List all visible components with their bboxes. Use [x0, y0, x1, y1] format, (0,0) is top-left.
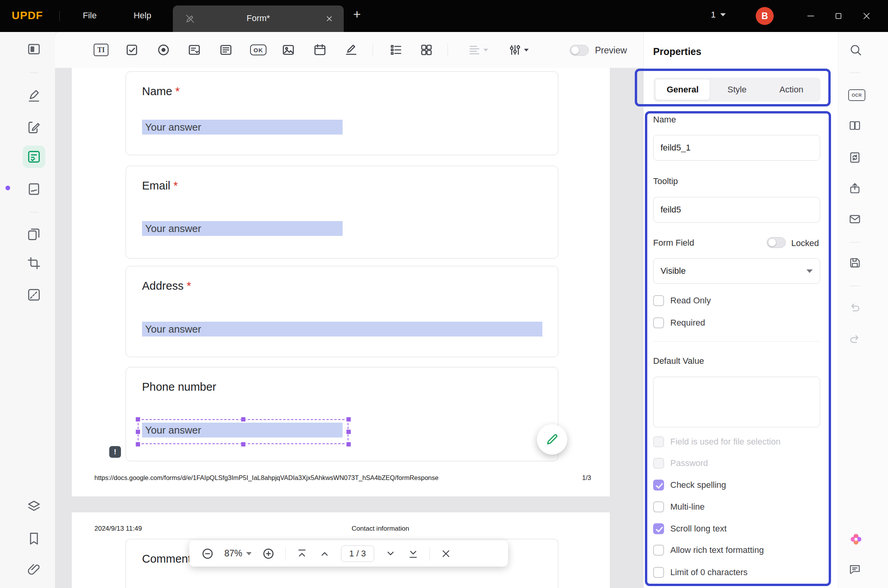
- option-row[interactable]: Password: [653, 457, 708, 469]
- checkbox[interactable]: [653, 295, 664, 306]
- sidebar-item-reader[interactable]: [26, 41, 42, 57]
- sidebar-item-organize-pages[interactable]: [26, 227, 42, 242]
- button-field-tool[interactable]: OK: [250, 43, 267, 57]
- checkbox[interactable]: [653, 545, 664, 556]
- checkbox[interactable]: [653, 458, 664, 469]
- avatar[interactable]: B: [756, 7, 774, 25]
- option-row[interactable]: Allow rich text formatting: [653, 544, 764, 556]
- answer-field[interactable]: Your answer: [142, 120, 343, 135]
- tab-close-icon[interactable]: [325, 14, 334, 23]
- document-area[interactable]: Name* Your answer Email* Your answer Add…: [55, 68, 643, 588]
- checkbox[interactable]: [653, 523, 664, 534]
- default-value-textarea[interactable]: [653, 377, 820, 427]
- sidebar-item-watermark[interactable]: [26, 287, 42, 303]
- visibility-dropdown[interactable]: Visible: [653, 258, 820, 284]
- ai-assistant-button[interactable]: [848, 531, 864, 547]
- compare-button[interactable]: [848, 119, 861, 132]
- selection-handle[interactable]: [135, 442, 140, 447]
- first-page-button[interactable]: [296, 547, 308, 560]
- selection-handle[interactable]: [241, 417, 246, 422]
- sidebar-item-attachment[interactable]: [26, 562, 42, 577]
- page-count-dropdown[interactable]: 1: [711, 10, 726, 20]
- layout-grid-tool[interactable]: [419, 43, 434, 57]
- redo-button[interactable]: [848, 333, 861, 346]
- tooltip-input[interactable]: [653, 197, 820, 223]
- option-row[interactable]: Scroll long text: [653, 522, 726, 535]
- form-card-name: Name* Your answer: [126, 71, 558, 155]
- align-tool[interactable]: [466, 43, 490, 57]
- answer-field[interactable]: Your answer: [142, 221, 343, 236]
- image-field-tool[interactable]: [281, 43, 296, 57]
- adjust-tool[interactable]: [506, 43, 531, 57]
- option-row[interactable]: Multi-line: [653, 501, 705, 513]
- checkbox[interactable]: [653, 480, 664, 491]
- sidebar-item-crop[interactable]: [26, 255, 42, 271]
- listbox-field-tool[interactable]: [218, 43, 233, 57]
- selection-handle[interactable]: [346, 417, 351, 422]
- sidebar-item-comment[interactable]: [26, 88, 42, 103]
- selection-handle[interactable]: [241, 442, 246, 447]
- selection-handle[interactable]: [135, 429, 140, 434]
- locked-toggle[interactable]: [767, 237, 786, 248]
- mail-button[interactable]: [848, 213, 861, 226]
- checkbox-field-tool[interactable]: [124, 43, 139, 57]
- text-field-tool[interactable]: TI: [93, 43, 109, 57]
- selection-handle[interactable]: [346, 442, 351, 447]
- last-page-button[interactable]: [407, 547, 419, 560]
- ocr-button[interactable]: OCR: [848, 89, 865, 101]
- tab-title: Form*: [173, 13, 344, 23]
- zoom-out-button[interactable]: [201, 547, 214, 560]
- window-maximize-button[interactable]: [829, 7, 847, 25]
- checkbox[interactable]: [653, 501, 664, 512]
- sidebar-item-bookmark[interactable]: [26, 531, 42, 546]
- dropdown-field-tool[interactable]: [187, 43, 202, 57]
- window-minimize-button[interactable]: [802, 7, 820, 25]
- document-tab[interactable]: Form*: [173, 5, 344, 32]
- checkbox[interactable]: [653, 317, 664, 328]
- selection-handle[interactable]: [135, 417, 140, 422]
- page-indicator[interactable]: 1 / 3: [341, 545, 374, 562]
- option-row[interactable]: Limit of 0 characters: [653, 566, 748, 579]
- tab-action[interactable]: Action: [764, 80, 819, 100]
- field-list-tool[interactable]: [389, 43, 403, 57]
- tab-style[interactable]: Style: [710, 80, 764, 100]
- radio-field-tool[interactable]: [156, 43, 171, 57]
- sidebar-item-form-active[interactable]: [23, 145, 45, 168]
- comments-button[interactable]: [848, 563, 861, 576]
- signature-field-tool[interactable]: [344, 43, 359, 57]
- option-row[interactable]: Field is used for file selection: [653, 436, 780, 448]
- previous-page-button[interactable]: [318, 547, 331, 560]
- tab-general[interactable]: General: [655, 80, 710, 100]
- sidebar-item-edit-pdf[interactable]: [26, 120, 42, 135]
- edit-field-fab[interactable]: [537, 424, 567, 455]
- checkbox[interactable]: [653, 436, 664, 447]
- zoom-level-value[interactable]: 87%: [224, 548, 242, 559]
- field-selection-outline[interactable]: [138, 419, 348, 444]
- search-button[interactable]: [848, 43, 863, 57]
- option-row[interactable]: Check spelling: [653, 479, 726, 491]
- new-tab-button[interactable]: +: [353, 7, 361, 22]
- sidebar-item-layers[interactable]: [26, 499, 42, 514]
- zoom-in-button[interactable]: [262, 547, 275, 560]
- name-input[interactable]: [653, 135, 820, 161]
- date-field-tool[interactable]: [313, 43, 327, 57]
- next-page-button[interactable]: [384, 547, 397, 560]
- menu-file[interactable]: File: [77, 11, 102, 21]
- preview-toggle[interactable]: [570, 45, 589, 56]
- selection-handle[interactable]: [346, 429, 351, 434]
- save-button[interactable]: [848, 256, 861, 269]
- sidebar-item-sign[interactable]: [26, 181, 42, 197]
- undo-button[interactable]: [848, 301, 861, 315]
- field-warning-badge[interactable]: !: [109, 446, 121, 458]
- read-only-checkbox-row[interactable]: Read Only: [653, 294, 711, 307]
- checkbox[interactable]: [653, 567, 664, 578]
- close-toolbar-button[interactable]: [440, 548, 452, 560]
- menu-help[interactable]: Help: [129, 11, 156, 21]
- chevron-down-icon[interactable]: [246, 552, 252, 555]
- window-close-button[interactable]: [858, 7, 876, 25]
- required-checkbox-row[interactable]: Required: [653, 317, 705, 329]
- share-button[interactable]: [848, 182, 861, 195]
- field-label-text: Address: [142, 280, 183, 292]
- answer-field[interactable]: Your answer: [142, 322, 542, 337]
- convert-button[interactable]: [848, 151, 861, 164]
